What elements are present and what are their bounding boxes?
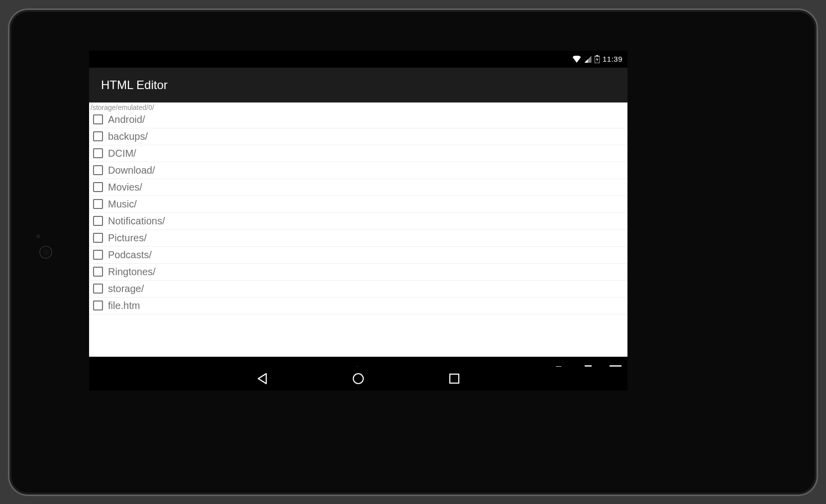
file-name: Movies/ <box>108 182 142 193</box>
file-name: Android/ <box>108 114 145 125</box>
file-name: storage/ <box>108 283 144 295</box>
list-item[interactable]: Notifications/ <box>89 213 627 230</box>
svg-rect-3 <box>450 374 459 383</box>
tablet-frame: 11:39 HTML Editor /storage/emulated/0/ A… <box>8 8 818 496</box>
camera-sensor <box>36 234 40 238</box>
list-item[interactable]: Download/ <box>89 162 627 179</box>
checkbox[interactable] <box>93 182 103 192</box>
list-item[interactable]: Podcasts/ <box>89 247 627 264</box>
checkbox[interactable] <box>93 233 103 243</box>
file-name: file.htm <box>108 300 140 311</box>
navigation-bar <box>89 367 627 391</box>
battery-charging-icon <box>595 55 600 63</box>
svg-rect-1 <box>596 55 598 56</box>
list-item[interactable]: Android/ <box>89 111 627 128</box>
status-time: 11:39 <box>603 55 622 63</box>
checkbox[interactable] <box>93 165 103 175</box>
list-item[interactable]: storage/ <box>89 281 627 298</box>
screen: 11:39 HTML Editor /storage/emulated/0/ A… <box>89 51 627 387</box>
file-name: DCIM/ <box>108 148 136 159</box>
checkbox[interactable] <box>93 114 103 124</box>
current-path: /storage/emulated/0/ <box>89 102 627 111</box>
checkbox[interactable] <box>93 250 103 260</box>
file-name: backups/ <box>108 131 148 142</box>
checkbox[interactable] <box>93 301 103 310</box>
list-item[interactable]: Ringtones/ <box>89 264 627 281</box>
list-item[interactable]: Music/ <box>89 196 627 213</box>
checkbox[interactable] <box>93 284 103 294</box>
svg-point-2 <box>353 374 363 384</box>
file-name: Ringtones/ <box>108 266 156 278</box>
checkbox[interactable] <box>93 267 103 277</box>
file-browser: /storage/emulated/0/ Android/ backups/ D… <box>89 102 627 357</box>
checkbox[interactable] <box>93 131 103 141</box>
file-name: Download/ <box>108 165 155 176</box>
nav-home-icon[interactable] <box>352 373 364 385</box>
nav-back-icon[interactable] <box>257 373 268 385</box>
list-item[interactable]: file.htm <box>89 298 627 314</box>
app-bar: HTML Editor <box>89 68 627 102</box>
file-name: Podcasts/ <box>108 249 152 261</box>
cell-signal-icon <box>584 56 592 63</box>
checkbox[interactable] <box>93 199 103 209</box>
app-title: HTML Editor <box>101 78 168 92</box>
status-bar: 11:39 <box>89 51 627 68</box>
list-item[interactable]: DCIM/ <box>89 145 627 162</box>
wifi-icon <box>572 56 581 63</box>
list-item[interactable]: backups/ <box>89 128 627 145</box>
checkbox[interactable] <box>93 216 103 226</box>
list-item[interactable]: Pictures/ <box>89 230 627 247</box>
list-item[interactable]: Movies/ <box>89 179 627 196</box>
file-name: Music/ <box>108 199 137 210</box>
file-list: Android/ backups/ DCIM/ Download/ Movies… <box>89 111 627 314</box>
file-name: Pictures/ <box>108 232 147 244</box>
nav-recents-icon[interactable] <box>449 373 460 384</box>
file-name: Notifications/ <box>108 215 165 227</box>
checkbox[interactable] <box>93 148 103 158</box>
camera <box>39 246 52 259</box>
